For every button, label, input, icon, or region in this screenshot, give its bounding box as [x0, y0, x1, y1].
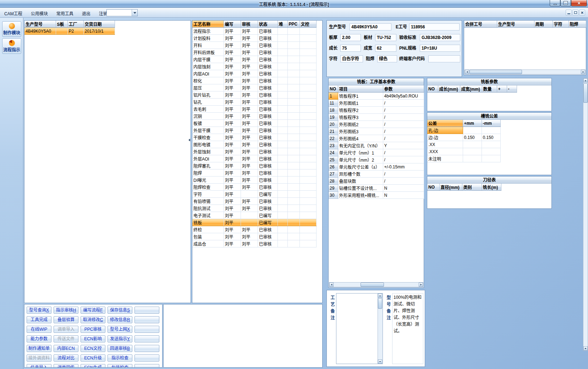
table-row[interactable]: 开料刘平刘平已审核 — [192, 42, 316, 49]
action-button[interactable]: 工具完成 — [27, 316, 51, 323]
mdi-restore-button[interactable] — [572, 10, 578, 16]
scroll-right-button[interactable] — [419, 283, 423, 287]
action-button[interactable]: 型号查询X — [27, 307, 51, 314]
process-remark-textarea[interactable] — [336, 293, 383, 364]
e-number-value[interactable]: 118956 — [409, 23, 460, 30]
scroll-left-button[interactable] — [329, 283, 334, 287]
scroll-right-button[interactable] — [581, 70, 585, 74]
column-header[interactable]: NO — [427, 85, 438, 93]
scroll-down-button[interactable] — [378, 359, 382, 364]
table-row[interactable]: 包装刘平刘平已审核 — [192, 233, 316, 240]
action-button[interactable]: 叠层验算 — [54, 316, 78, 323]
end-customer-code-value[interactable] — [428, 55, 460, 62]
scroll-left-button[interactable] — [465, 70, 469, 74]
action-button[interactable]: 在线WIP — [27, 326, 51, 333]
horizontal-scrollbar[interactable] — [329, 282, 423, 287]
table-row[interactable]: 铝片钻孔刘平刘平已审核 — [192, 91, 316, 99]
column-header[interactable]: +mm — [463, 120, 482, 127]
column-header[interactable]: 阻焊 — [568, 21, 586, 28]
table-row[interactable]: 25单元尺寸（mm）2/ — [329, 156, 424, 163]
action-button[interactable]: 指示检查 — [108, 354, 132, 362]
table-row[interactable]: 未注明 — [427, 155, 500, 162]
menu-item-common-modules[interactable]: 公用模块 — [27, 8, 52, 18]
action-button[interactable]: 指示审核H — [54, 307, 78, 314]
table-row[interactable]: 孔-边 — [427, 127, 500, 134]
model-remark-text[interactable]: 100%的电测和测试、微切片、焊性测试、外形尺寸（长宽高）测试。 — [392, 293, 423, 364]
table-row[interactable]: 终检刘平刘平已审核 — [192, 226, 316, 233]
table-row[interactable]: 阻抗测试刘平刘平已审核 — [192, 205, 316, 212]
mdi-close-button[interactable]: × — [579, 10, 585, 16]
table-row[interactable]: 阻焊刘平刘平已审核 — [192, 169, 316, 177]
action-button-blank[interactable] — [134, 307, 159, 314]
action-button-blank[interactable] — [134, 335, 159, 342]
close-button[interactable]: × — [571, 0, 587, 6]
action-button[interactable]: 传送文件 — [54, 335, 78, 342]
table-row[interactable]: 去毛刺刘平刘平已审核 — [192, 106, 316, 113]
column-header[interactable]: 铣长(m) — [482, 184, 501, 191]
column-header[interactable]: 工艺名称 — [192, 21, 224, 28]
vertical-scrollbar[interactable] — [583, 78, 588, 351]
action-button[interactable]: 回退审核B — [108, 345, 132, 352]
splitter-collapse-arrow[interactable] — [188, 139, 190, 141]
action-button[interactable]: 发送指示Y — [108, 335, 132, 342]
table-row[interactable]: 内层蚀刻刘平刘平已审核 — [192, 63, 316, 70]
action-button[interactable]: 修改信息R — [108, 316, 132, 323]
action-button[interactable]: ECN升级 — [81, 354, 105, 362]
table-row[interactable]: 阻焊塞孔刘平刘平已审核 — [192, 162, 316, 169]
column-header[interactable]: 项目 — [338, 85, 383, 93]
table-row[interactable]: 沉铜刘平刘平已审核 — [192, 113, 316, 120]
action-button[interactable]: 内部ECN — [54, 345, 78, 352]
table-row[interactable]: .XX — [427, 141, 500, 148]
action-button[interactable]: 调单回传 — [54, 364, 78, 368]
column-header[interactable]: + — [497, 85, 507, 93]
action-button-blank[interactable] — [134, 316, 159, 323]
board-material-value[interactable]: TU-752 — [375, 34, 396, 41]
solder-mask-value[interactable]: 绿色 — [377, 55, 397, 62]
table-row[interactable]: .XXX — [427, 148, 500, 155]
action-button[interactable]: PPC审核 — [81, 326, 105, 333]
action-button[interactable]: 调单导入 — [54, 326, 78, 333]
module-combobox[interactable] — [106, 9, 138, 16]
column-header[interactable]: 周期 — [534, 21, 553, 28]
table-row[interactable]: 开料后烘板刘平刘平已审核 — [192, 49, 316, 56]
action-button[interactable]: 能力参数 — [27, 335, 51, 342]
table-row[interactable]: DI曝光刘平刘平已审核 — [192, 177, 316, 184]
table-row[interactable]: 内层AOI刘平刘平已审核 — [192, 70, 316, 77]
column-header[interactable]: 成长(mm) — [438, 85, 460, 93]
minimize-button[interactable] — [550, 0, 560, 6]
table-row[interactable]: 30外形采用粗铣+精铣...N — [329, 192, 424, 199]
panel-width-value[interactable]: 62 — [375, 45, 396, 52]
column-header[interactable]: 公差 — [427, 120, 463, 127]
action-button[interactable]: ECN文控 — [81, 345, 105, 352]
legend-value[interactable]: 白色字符 — [340, 55, 363, 62]
column-header[interactable]: 难 — [277, 21, 287, 28]
table-row[interactable]: 4B49K0Y5A0P22017/10/1 — [24, 28, 115, 35]
column-header[interactable]: 成宽(mm) — [460, 85, 482, 93]
action-button[interactable]: 信息导入 — [27, 364, 51, 368]
table-row[interactable]: 计划投料刘平刘平已审核 — [192, 35, 316, 42]
table-row[interactable]: 成品仓刘平刘平已审核 — [192, 240, 316, 247]
table-row[interactable]: 外层蚀刻刘平刘平已审核 — [192, 148, 316, 155]
product-model-value[interactable]: 4B49K0Y5A0 — [350, 23, 391, 30]
sidebar-item-make-module[interactable]: 制作模块 — [2, 21, 21, 37]
table-row[interactable]: 内层干膜刘平刘平已审核 — [192, 56, 316, 63]
table-row[interactable]: 字符刘平已编写 — [192, 191, 316, 198]
table-row[interactable]: 1铣板程序14b49k0y5a0.ROU — [329, 93, 424, 100]
action-button[interactable]: ECN影响 — [81, 335, 105, 342]
column-header[interactable]: -mm — [482, 120, 500, 127]
scroll-thumb[interactable] — [361, 283, 384, 287]
acceptance-standard-value[interactable]: GJB362B-2009 — [420, 34, 460, 41]
column-header[interactable]: 合拼工号 — [464, 21, 497, 28]
table-row[interactable]: 20外形图纸2/ — [329, 121, 424, 128]
table-row[interactable]: 流程指示刘平刘平已审核 — [192, 28, 316, 35]
table-row[interactable]: 有铅喷锡刘平刘平已审核 — [192, 198, 316, 205]
column-header[interactable]: 类别 — [462, 184, 482, 191]
action-button[interactable]: 制作通知单 — [27, 345, 51, 352]
board-thickness-value[interactable]: 2.00 — [340, 34, 361, 41]
horizontal-scrollbar[interactable] — [465, 69, 586, 74]
scroll-down-button[interactable] — [583, 346, 588, 351]
column-header[interactable]: NO — [427, 184, 439, 191]
table-row[interactable]: 19铣板程序3/ — [329, 114, 424, 121]
menu-item-exit[interactable]: 退出 — [78, 8, 95, 18]
table-row[interactable]: 干膜检查刘平刘平已审核 — [192, 134, 316, 141]
